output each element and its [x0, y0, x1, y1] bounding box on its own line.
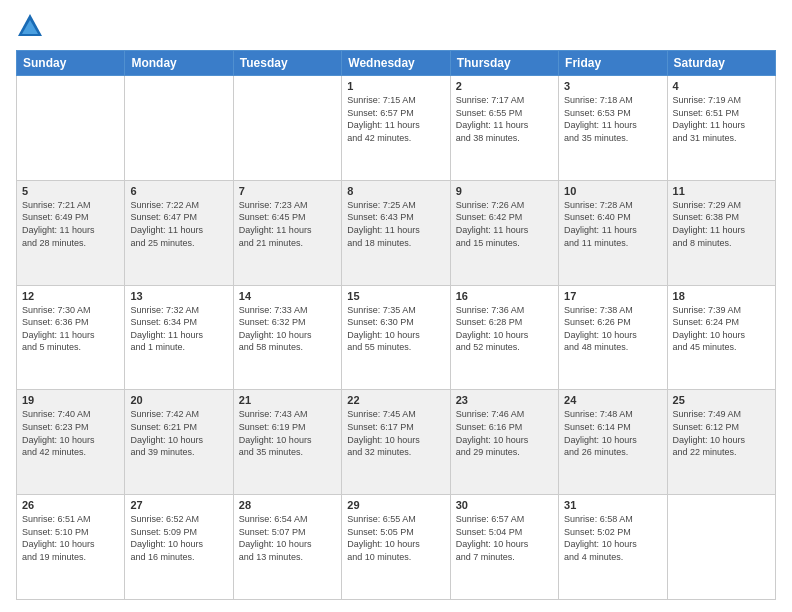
- calendar-cell: 6Sunrise: 7:22 AMSunset: 6:47 PMDaylight…: [125, 180, 233, 285]
- cell-info: Sunrise: 7:43 AMSunset: 6:19 PMDaylight:…: [239, 408, 336, 458]
- calendar-cell: 11Sunrise: 7:29 AMSunset: 6:38 PMDayligh…: [667, 180, 775, 285]
- calendar-cell: 13Sunrise: 7:32 AMSunset: 6:34 PMDayligh…: [125, 285, 233, 390]
- calendar-day-header: Sunday: [17, 51, 125, 76]
- calendar-cell: 10Sunrise: 7:28 AMSunset: 6:40 PMDayligh…: [559, 180, 667, 285]
- cell-date-number: 21: [239, 394, 336, 406]
- cell-date-number: 9: [456, 185, 553, 197]
- cell-info: Sunrise: 7:25 AMSunset: 6:43 PMDaylight:…: [347, 199, 444, 249]
- cell-date-number: 8: [347, 185, 444, 197]
- calendar-cell: [125, 76, 233, 181]
- cell-date-number: 29: [347, 499, 444, 511]
- cell-info: Sunrise: 7:38 AMSunset: 6:26 PMDaylight:…: [564, 304, 661, 354]
- cell-date-number: 31: [564, 499, 661, 511]
- calendar-cell: 24Sunrise: 7:48 AMSunset: 6:14 PMDayligh…: [559, 390, 667, 495]
- cell-info: Sunrise: 7:30 AMSunset: 6:36 PMDaylight:…: [22, 304, 119, 354]
- cell-info: Sunrise: 7:49 AMSunset: 6:12 PMDaylight:…: [673, 408, 770, 458]
- cell-info: Sunrise: 7:40 AMSunset: 6:23 PMDaylight:…: [22, 408, 119, 458]
- logo: [16, 12, 48, 40]
- calendar-cell: 18Sunrise: 7:39 AMSunset: 6:24 PMDayligh…: [667, 285, 775, 390]
- calendar-cell: 16Sunrise: 7:36 AMSunset: 6:28 PMDayligh…: [450, 285, 558, 390]
- calendar-cell: 21Sunrise: 7:43 AMSunset: 6:19 PMDayligh…: [233, 390, 341, 495]
- cell-info: Sunrise: 7:36 AMSunset: 6:28 PMDaylight:…: [456, 304, 553, 354]
- cell-info: Sunrise: 7:22 AMSunset: 6:47 PMDaylight:…: [130, 199, 227, 249]
- cell-info: Sunrise: 7:23 AMSunset: 6:45 PMDaylight:…: [239, 199, 336, 249]
- cell-date-number: 5: [22, 185, 119, 197]
- calendar-week-row: 1Sunrise: 7:15 AMSunset: 6:57 PMDaylight…: [17, 76, 776, 181]
- cell-info: Sunrise: 7:15 AMSunset: 6:57 PMDaylight:…: [347, 94, 444, 144]
- cell-date-number: 19: [22, 394, 119, 406]
- cell-info: Sunrise: 7:29 AMSunset: 6:38 PMDaylight:…: [673, 199, 770, 249]
- cell-date-number: 24: [564, 394, 661, 406]
- cell-info: Sunrise: 6:54 AMSunset: 5:07 PMDaylight:…: [239, 513, 336, 563]
- cell-date-number: 17: [564, 290, 661, 302]
- calendar-day-header: Friday: [559, 51, 667, 76]
- calendar-cell: 7Sunrise: 7:23 AMSunset: 6:45 PMDaylight…: [233, 180, 341, 285]
- cell-info: Sunrise: 6:52 AMSunset: 5:09 PMDaylight:…: [130, 513, 227, 563]
- cell-date-number: 2: [456, 80, 553, 92]
- cell-info: Sunrise: 7:42 AMSunset: 6:21 PMDaylight:…: [130, 408, 227, 458]
- calendar-header-row: SundayMondayTuesdayWednesdayThursdayFrid…: [17, 51, 776, 76]
- calendar-cell: [233, 76, 341, 181]
- cell-date-number: 7: [239, 185, 336, 197]
- calendar-cell: [17, 76, 125, 181]
- cell-info: Sunrise: 7:28 AMSunset: 6:40 PMDaylight:…: [564, 199, 661, 249]
- cell-info: Sunrise: 7:32 AMSunset: 6:34 PMDaylight:…: [130, 304, 227, 354]
- calendar-cell: 12Sunrise: 7:30 AMSunset: 6:36 PMDayligh…: [17, 285, 125, 390]
- calendar-cell: 29Sunrise: 6:55 AMSunset: 5:05 PMDayligh…: [342, 495, 450, 600]
- calendar-cell: 5Sunrise: 7:21 AMSunset: 6:49 PMDaylight…: [17, 180, 125, 285]
- calendar-cell: 20Sunrise: 7:42 AMSunset: 6:21 PMDayligh…: [125, 390, 233, 495]
- calendar-cell: 9Sunrise: 7:26 AMSunset: 6:42 PMDaylight…: [450, 180, 558, 285]
- calendar-cell: 30Sunrise: 6:57 AMSunset: 5:04 PMDayligh…: [450, 495, 558, 600]
- calendar-cell: [667, 495, 775, 600]
- cell-date-number: 3: [564, 80, 661, 92]
- calendar-week-row: 26Sunrise: 6:51 AMSunset: 5:10 PMDayligh…: [17, 495, 776, 600]
- cell-date-number: 6: [130, 185, 227, 197]
- calendar-cell: 22Sunrise: 7:45 AMSunset: 6:17 PMDayligh…: [342, 390, 450, 495]
- cell-date-number: 10: [564, 185, 661, 197]
- calendar-day-header: Saturday: [667, 51, 775, 76]
- calendar-cell: 14Sunrise: 7:33 AMSunset: 6:32 PMDayligh…: [233, 285, 341, 390]
- cell-date-number: 22: [347, 394, 444, 406]
- calendar-day-header: Tuesday: [233, 51, 341, 76]
- cell-info: Sunrise: 7:46 AMSunset: 6:16 PMDaylight:…: [456, 408, 553, 458]
- calendar-cell: 3Sunrise: 7:18 AMSunset: 6:53 PMDaylight…: [559, 76, 667, 181]
- cell-info: Sunrise: 7:17 AMSunset: 6:55 PMDaylight:…: [456, 94, 553, 144]
- cell-date-number: 18: [673, 290, 770, 302]
- cell-date-number: 14: [239, 290, 336, 302]
- calendar-week-row: 12Sunrise: 7:30 AMSunset: 6:36 PMDayligh…: [17, 285, 776, 390]
- cell-date-number: 15: [347, 290, 444, 302]
- calendar-cell: 28Sunrise: 6:54 AMSunset: 5:07 PMDayligh…: [233, 495, 341, 600]
- calendar-day-header: Thursday: [450, 51, 558, 76]
- calendar-table: SundayMondayTuesdayWednesdayThursdayFrid…: [16, 50, 776, 600]
- calendar-cell: 1Sunrise: 7:15 AMSunset: 6:57 PMDaylight…: [342, 76, 450, 181]
- cell-info: Sunrise: 7:19 AMSunset: 6:51 PMDaylight:…: [673, 94, 770, 144]
- cell-date-number: 4: [673, 80, 770, 92]
- cell-info: Sunrise: 7:39 AMSunset: 6:24 PMDaylight:…: [673, 304, 770, 354]
- cell-info: Sunrise: 7:18 AMSunset: 6:53 PMDaylight:…: [564, 94, 661, 144]
- cell-info: Sunrise: 7:35 AMSunset: 6:30 PMDaylight:…: [347, 304, 444, 354]
- cell-date-number: 1: [347, 80, 444, 92]
- calendar-week-row: 19Sunrise: 7:40 AMSunset: 6:23 PMDayligh…: [17, 390, 776, 495]
- cell-date-number: 13: [130, 290, 227, 302]
- calendar-week-row: 5Sunrise: 7:21 AMSunset: 6:49 PMDaylight…: [17, 180, 776, 285]
- calendar-cell: 19Sunrise: 7:40 AMSunset: 6:23 PMDayligh…: [17, 390, 125, 495]
- cell-date-number: 26: [22, 499, 119, 511]
- cell-info: Sunrise: 6:58 AMSunset: 5:02 PMDaylight:…: [564, 513, 661, 563]
- cell-info: Sunrise: 7:45 AMSunset: 6:17 PMDaylight:…: [347, 408, 444, 458]
- cell-date-number: 20: [130, 394, 227, 406]
- calendar-day-header: Wednesday: [342, 51, 450, 76]
- cell-date-number: 23: [456, 394, 553, 406]
- cell-info: Sunrise: 6:51 AMSunset: 5:10 PMDaylight:…: [22, 513, 119, 563]
- cell-date-number: 28: [239, 499, 336, 511]
- cell-date-number: 16: [456, 290, 553, 302]
- header: [16, 12, 776, 40]
- cell-date-number: 25: [673, 394, 770, 406]
- cell-info: Sunrise: 7:21 AMSunset: 6:49 PMDaylight:…: [22, 199, 119, 249]
- calendar-cell: 17Sunrise: 7:38 AMSunset: 6:26 PMDayligh…: [559, 285, 667, 390]
- logo-icon: [16, 12, 44, 40]
- cell-info: Sunrise: 7:33 AMSunset: 6:32 PMDaylight:…: [239, 304, 336, 354]
- calendar-day-header: Monday: [125, 51, 233, 76]
- cell-date-number: 12: [22, 290, 119, 302]
- page: SundayMondayTuesdayWednesdayThursdayFrid…: [0, 0, 792, 612]
- calendar-cell: 4Sunrise: 7:19 AMSunset: 6:51 PMDaylight…: [667, 76, 775, 181]
